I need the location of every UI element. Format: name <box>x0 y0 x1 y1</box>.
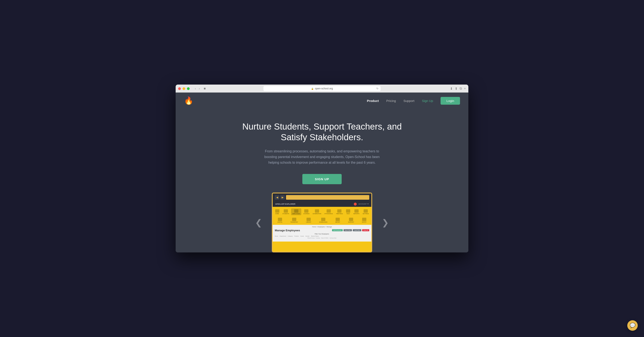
col-marital: Marital Status <box>310 235 319 237</box>
col-blood: Blood Group <box>308 237 315 239</box>
nav-courses[interactable]: COURSES <box>302 208 311 215</box>
navbar: 🔥 Product Pricing Support Sign Up Login <box>176 93 468 109</box>
nav-links: Product Pricing Support Sign Up Login <box>367 97 460 105</box>
carousel-arrow-right[interactable]: ❯ <box>382 218 389 227</box>
signup-button[interactable]: SIGN UP <box>302 174 342 184</box>
hero-section: Nurture Students, Support Teachers, and … <box>176 109 468 252</box>
nav-reports[interactable]: REPORTS <box>352 208 361 215</box>
website-content: 🔥 Product Pricing Support Sign Up Login … <box>176 93 468 252</box>
app-content-header: Manage Employees Add Employee Save Filte… <box>275 229 369 232</box>
clear-all-button[interactable]: Clear All <box>362 229 369 231</box>
frame-top-bar: ◀ ▶ <box>273 193 371 201</box>
app-notification-icon[interactable] <box>354 203 357 206</box>
carousel-arrow-left[interactable]: ❮ <box>255 218 262 227</box>
titlebar: ‹ › ■ 🔒 open-school.org ↻ ⬇ ⬆ ⧉ + <box>176 85 468 93</box>
app-nav-row1: HOME STUDENTS EMPLOYEES COURSES EXAMINAT… <box>273 207 371 217</box>
app-header-right: ACCOUNT ▼ <box>354 203 369 206</box>
nav-buttons: ‹ › <box>194 87 201 91</box>
nav-library[interactable]: LIBRARY <box>305 217 312 224</box>
app-header: OPEN APP EXPLORER ACCOUNT ▼ <box>273 201 371 207</box>
login-button[interactable]: Login <box>440 97 460 105</box>
load-filter-button[interactable]: Load Filter <box>353 229 361 231</box>
nav-import[interactable]: IMPORT <box>334 217 342 224</box>
col-position: Position <box>294 235 299 237</box>
nav-downloads[interactable]: DOWNLOADS <box>318 217 328 224</box>
nav-attendance[interactable]: ATTENDANCE <box>323 208 334 215</box>
app-header-title: OPEN APP EXPLORER <box>275 203 296 205</box>
download-icon[interactable]: ⬇ <box>450 87 453 91</box>
nav-examination[interactable]: EXAMINATION <box>311 208 322 215</box>
chat-icon: 💬 <box>630 323 636 328</box>
filter-row: Filter Your Employees: <box>275 233 369 235</box>
nav-support[interactable]: SUPPORT <box>347 217 355 224</box>
nav-home[interactable]: HOME <box>274 208 280 215</box>
app-account-menu[interactable]: ACCOUNT ▼ <box>358 203 369 205</box>
nav-students[interactable]: STUDENTS <box>281 208 290 215</box>
nav-support[interactable]: Support <box>403 99 414 103</box>
logo[interactable]: 🔥 <box>184 96 194 105</box>
frame-nav-buttons: ◀ ▶ <box>275 195 285 200</box>
logo-icon: 🔥 <box>184 96 194 105</box>
frame-forward-button[interactable]: ▶ <box>280 195 285 200</box>
frame-back-button[interactable]: ◀ <box>275 195 279 200</box>
nav-pricing[interactable]: Pricing <box>386 99 396 103</box>
table-header: Name Department Category Position Grade … <box>275 235 369 237</box>
save-filter-button[interactable]: Save Filter <box>344 229 352 231</box>
table-cols-row2: Blood Group Country Date Of Birth Joinin… <box>275 237 369 239</box>
toolbar-right: ⬇ ⬆ ⧉ + <box>450 87 466 91</box>
col-grade: Grade <box>300 235 304 237</box>
app-action-buttons: Add Employee Save Filter Load Filter Cle… <box>332 229 369 231</box>
app-content-title: Manage Employees <box>275 229 300 232</box>
nav-hostel[interactable]: HOSTEL <box>276 217 284 224</box>
app-breadcrumb: Home > Employees > Manage <box>275 226 369 227</box>
back-button[interactable]: ‹ <box>194 87 197 91</box>
sidebar-toggle[interactable]: ■ <box>204 87 206 90</box>
reload-icon[interactable]: ↻ <box>376 87 378 90</box>
lock-icon: 🔒 <box>311 88 314 90</box>
maximize-button[interactable] <box>187 87 190 90</box>
nav-timetable[interactable]: TIMETABLE <box>335 208 344 215</box>
hero-title: Nurture Students, Support Teachers, and … <box>228 121 416 143</box>
add-employee-button[interactable]: Add Employee <box>332 229 343 231</box>
nav-notify[interactable]: NOTIFY <box>361 217 368 224</box>
forward-button[interactable]: › <box>198 87 201 91</box>
nav-product[interactable]: Product <box>367 99 379 103</box>
hero-subtitle: From streamlining processes, automating … <box>261 148 383 166</box>
tabs-icon[interactable]: ⧉ <box>460 87 462 90</box>
filter-label: Filter Your Employees: <box>315 233 329 235</box>
app-screenshot: OPEN APP EXPLORER ACCOUNT ▼ HOME STUDENT… <box>273 201 371 252</box>
nav-signup[interactable]: Sign Up <box>422 99 433 103</box>
address-bar[interactable]: 🔒 open-school.org ↻ <box>264 86 380 91</box>
col-category: Category <box>287 235 293 237</box>
col-country: Country <box>315 237 320 239</box>
col-joining: Joining Date <box>329 237 336 239</box>
mac-window: ‹ › ■ 🔒 open-school.org ↻ ⬇ ⬆ ⧉ + 🔥 Prod… <box>176 85 468 252</box>
close-button[interactable] <box>178 87 181 90</box>
col-dept: Department <box>279 235 286 237</box>
nav-employees[interactable]: EMPLOYEES <box>291 208 301 215</box>
nav-fees[interactable]: FEES <box>345 208 352 215</box>
nav-settings[interactable]: SETTINGS <box>361 208 370 215</box>
app-main-content: Home > Employees > Manage Manage Employe… <box>273 225 371 241</box>
share-icon[interactable]: ⬆ <box>455 87 458 91</box>
col-dob: Date Of Birth <box>320 237 328 239</box>
nav-transport[interactable]: TRANSPORT <box>289 217 300 224</box>
chat-widget[interactable]: 💬 <box>627 320 638 331</box>
col-name: Name <box>275 235 278 237</box>
app-preview-frame: ◀ ▶ OPEN APP EXPLORER ACCOUNT ▼ <box>272 193 372 252</box>
add-tab-icon[interactable]: + <box>464 87 466 90</box>
url-text: open-school.org <box>315 87 333 90</box>
app-nav-row2: HOSTEL TRANSPORT LIBRARY DOWNLOADS IMPOR… <box>273 217 371 225</box>
frame-address-bar <box>286 195 369 200</box>
col-gender: Gender <box>305 235 310 237</box>
minimize-button[interactable] <box>182 87 185 90</box>
app-preview-wrapper: ❮ ❯ ◀ ▶ OPEN APP E <box>272 193 372 252</box>
